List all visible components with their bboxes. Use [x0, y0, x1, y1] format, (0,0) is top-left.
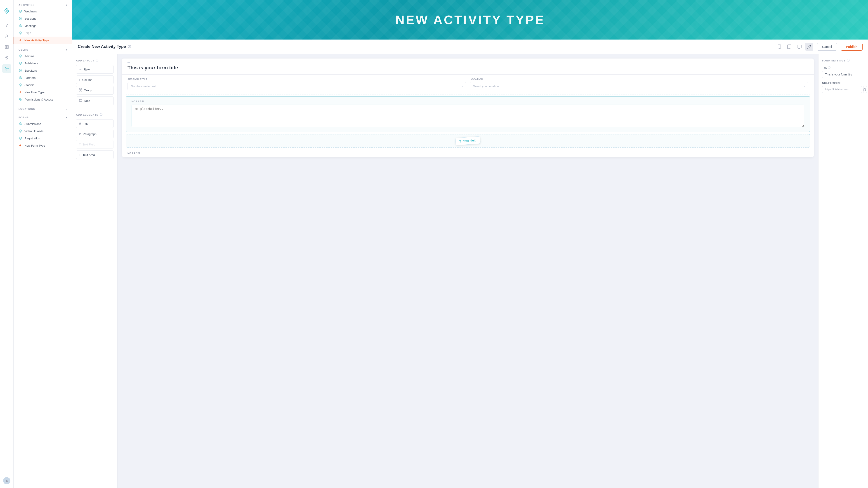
plus-icon: + [19, 144, 22, 147]
sidebar-section-activities-header[interactable]: ACTIVITIES ▾ [13, 2, 72, 8]
copy-url-button[interactable] [863, 86, 867, 93]
sidebar-section-activities: ACTIVITIES ▾ Webinars Sessions Meetings [13, 0, 72, 45]
textarea-field[interactable] [131, 105, 804, 127]
toolbar-title: Create New Activity Type ⓘ [78, 44, 131, 49]
sidebar-item-new-user-type[interactable]: + New User Type [13, 89, 72, 96]
chevron-right-icon: › [804, 85, 805, 88]
url-input[interactable] [822, 86, 862, 93]
layout-tabs-item[interactable]: Tabs [76, 96, 114, 105]
layers-icon [19, 122, 22, 126]
svg-point-9 [20, 99, 22, 101]
layout-row-item[interactable]: ↔ Row [76, 65, 114, 74]
sidebar-item-expo[interactable]: Expo [13, 29, 72, 37]
form-title[interactable]: This is your form title [127, 63, 808, 71]
layers-icon [19, 136, 22, 140]
form-header: This is your form title [122, 59, 814, 74]
location-field: LOCATION Select your location... › [470, 78, 808, 90]
sidebar-item-staffers[interactable]: Staffers [13, 81, 72, 89]
info-icon: ⓘ [100, 113, 103, 117]
content-area: ADD LAYOUT ⓘ ↔ Row ↕ Column Group [72, 54, 868, 488]
svg-rect-19 [79, 90, 80, 91]
no-label-1: NO LABEL [131, 100, 804, 103]
sidebar-item-sessions[interactable]: Sessions [13, 15, 72, 22]
sidebar-item-publishers[interactable]: Publishers [13, 60, 72, 67]
app-logo [0, 3, 16, 19]
svg-rect-2 [7, 45, 8, 47]
cancel-button[interactable]: Cancel [817, 43, 837, 51]
layout-group-item[interactable]: Group [76, 86, 114, 95]
svg-rect-22 [79, 100, 80, 100]
sidebar-item-webinars[interactable]: Webinars [13, 8, 72, 15]
sidebar-item-permissions-access[interactable]: Permissions & Access [13, 96, 72, 103]
element-title-item[interactable]: A Title [76, 119, 114, 128]
box-icon-btn[interactable] [2, 42, 11, 52]
title-setting-input[interactable] [822, 71, 864, 78]
sidebar-item-registration[interactable]: Registration [13, 135, 72, 142]
publish-button[interactable]: Publish [841, 43, 863, 51]
add-layout-label: ADD LAYOUT ⓘ [76, 59, 114, 62]
svg-point-0 [6, 35, 7, 36]
profile-icon-btn[interactable] [2, 476, 11, 485]
session-title-input[interactable]: No placeholder text... › [127, 82, 466, 90]
sidebar-item-new-form-type[interactable]: + New Form Type [13, 142, 72, 149]
element-paragraph-item[interactable]: P Paragraph [76, 130, 114, 138]
svg-point-7 [6, 480, 7, 481]
chevron-right-icon: › [462, 85, 463, 88]
form-builder: This is your form title SESSION TITLE No… [118, 54, 818, 488]
info-icon: ⓘ [847, 59, 850, 62]
sidebar-section-users-header[interactable]: USERS ▾ [13, 47, 72, 53]
chevron-down-icon: ▾ [66, 4, 67, 6]
layers-icon [19, 61, 22, 65]
url-permalink-label: URL/Permalink [822, 81, 864, 85]
mobile-view-button[interactable] [775, 43, 783, 51]
location-icon-btn[interactable] [2, 53, 11, 62]
svg-rect-20 [81, 90, 82, 91]
drag-chip: T Text Field [455, 136, 480, 145]
dashboard-icon-btn[interactable]: ? [2, 21, 11, 30]
sidebar-item-meetings[interactable]: Meetings [13, 22, 72, 29]
sidebar-section-locations-header[interactable]: LOCATIONS ▸ [13, 106, 72, 111]
chevron-down-icon: ▾ [66, 48, 67, 51]
view-icons [775, 43, 813, 51]
drag-zone[interactable]: T Text Field [126, 134, 810, 148]
sidebar-item-submissions[interactable]: Submissions [13, 120, 72, 127]
main-content: NEW ACTIVITY TYPE Create New Activity Ty… [72, 0, 868, 488]
element-text-field-item[interactable]: T Text Field [76, 140, 114, 149]
svg-rect-21 [79, 100, 82, 101]
edit-view-button[interactable] [805, 43, 813, 51]
svg-rect-17 [79, 89, 80, 90]
left-panel: ADD LAYOUT ⓘ ↔ Row ↕ Column Group [72, 54, 118, 488]
sidebar-item-admins[interactable]: Admins [13, 53, 72, 60]
svg-rect-3 [5, 47, 6, 48]
svg-rect-1 [5, 45, 6, 47]
sidebar-item-partners[interactable]: Partners [13, 74, 72, 81]
info-icon: ⓘ [128, 45, 131, 49]
sidebar-section-users: USERS ▾ Admins Publishers Speakers Par [13, 45, 72, 104]
chevron-right-icon: ▸ [66, 108, 67, 110]
layers-icon [19, 129, 22, 133]
settings-icon-btn[interactable] [2, 64, 11, 73]
icon-bar: ? [0, 0, 13, 488]
users-icon-btn[interactable] [2, 32, 11, 41]
location-input[interactable]: Select your location... › [470, 82, 808, 90]
element-text-area-item[interactable]: T Text Area [76, 151, 114, 159]
sidebar-item-new-activity-type[interactable]: + New Activity Type [13, 37, 72, 44]
form-row-session-location: SESSION TITLE No placeholder text... › L… [122, 74, 814, 94]
row-icon: ↔ [79, 68, 82, 71]
layout-column-item[interactable]: ↕ Column [76, 75, 114, 84]
svg-rect-18 [81, 89, 82, 90]
sidebar-section-forms-header[interactable]: FORMS ▾ [13, 115, 72, 120]
chevron-down-icon: ▾ [66, 116, 67, 119]
sidebar-item-speakers[interactable]: Speakers [13, 67, 72, 74]
sidebar-section-forms: FORMS ▾ Submissions Video Uploads Regist… [13, 112, 72, 150]
layers-icon [19, 24, 22, 28]
layers-icon [19, 76, 22, 79]
tablet-view-button[interactable] [785, 43, 794, 51]
plus-icon: + [19, 38, 22, 42]
text-field-icon: T [79, 142, 81, 146]
svg-rect-4 [7, 47, 8, 48]
sidebar-section-locations: LOCATIONS ▸ [13, 104, 72, 112]
desktop-view-button[interactable] [795, 43, 803, 51]
layers-icon [19, 69, 22, 72]
sidebar-item-video-uploads[interactable]: Video Uploads [13, 127, 72, 135]
